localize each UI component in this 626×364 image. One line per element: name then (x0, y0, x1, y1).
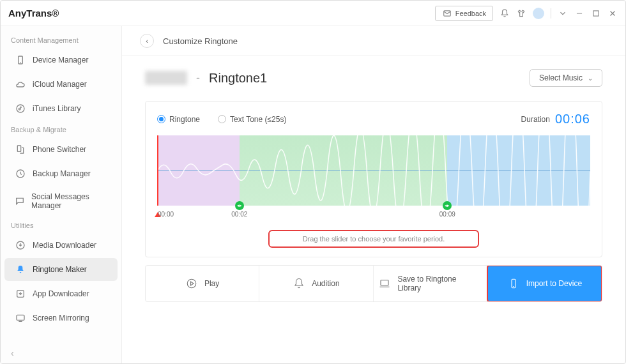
screen-icon (15, 312, 26, 324)
ringtone-editor: Ringtone Text Tone (≤25s) Duration 00:06 (145, 101, 602, 257)
sidebar: Content Management Device Manager iCloud… (1, 26, 122, 364)
time-start: 00:00 (158, 211, 174, 218)
laptop-icon (379, 277, 392, 290)
time-sel-end: 00:09 (439, 211, 455, 218)
artist-blurred (145, 71, 187, 85)
music-note-icon (15, 103, 26, 114)
section-content-management: Content Management (1, 31, 121, 48)
app-icon (15, 288, 26, 300)
playhead[interactable] (157, 135, 158, 206)
bell-outline-icon (293, 277, 305, 290)
radio-texttone[interactable]: Text Tone (≤25s) (218, 115, 286, 124)
song-name: Ringtone1 (209, 71, 267, 86)
svg-point-13 (187, 279, 196, 288)
cloud-icon (15, 79, 26, 90)
phone-icon (507, 277, 520, 290)
minimize-icon[interactable] (574, 8, 584, 19)
sidebar-item-screen-mirroring[interactable]: Screen Mirroring (4, 307, 118, 330)
svg-rect-14 (381, 280, 388, 285)
download-icon (15, 239, 26, 251)
duration-label: Duration (521, 115, 550, 124)
history-icon (15, 168, 26, 179)
play-button[interactable]: Play (146, 266, 259, 301)
section-backup-migrate: Backup & Migrate (1, 121, 121, 137)
sidebar-item-ringtone-maker[interactable]: Ringtone Maker (4, 258, 118, 281)
radio-ringtone[interactable]: Ringtone (157, 115, 200, 124)
svg-rect-8 (17, 146, 20, 151)
collapse-sidebar-button[interactable]: ‹ (1, 342, 121, 364)
play-icon (185, 277, 198, 290)
sidebar-item-phone-switcher[interactable]: Phone Switcher (4, 138, 118, 161)
maximize-icon[interactable] (591, 8, 601, 19)
switch-icon (15, 144, 26, 155)
sidebar-item-icloud-manager[interactable]: iCloud Manager (4, 73, 118, 96)
sidebar-item-app-downloader[interactable]: App Downloader (4, 282, 118, 305)
user-avatar[interactable] (533, 8, 544, 19)
back-button[interactable]: ‹ (140, 34, 154, 48)
close-icon[interactable] (607, 8, 618, 19)
select-music-button[interactable]: Select Music ⌄ (530, 69, 602, 87)
section-utilities: Utilities (1, 216, 121, 233)
chat-icon (15, 195, 25, 207)
mail-icon (442, 8, 452, 19)
bell-icon[interactable] (500, 8, 510, 19)
sidebar-item-itunes-library[interactable]: iTunes Library (4, 97, 118, 120)
duration-value: 00:06 (555, 112, 590, 126)
title-separator: - (196, 72, 200, 85)
sidebar-item-backup-manager[interactable]: Backup Manager (4, 162, 118, 185)
feedback-label: Feedback (455, 10, 486, 17)
bell-filled-icon (15, 264, 26, 275)
chevron-down-icon: ⌄ (588, 75, 593, 82)
breadcrumb-title: Customize Ringtone (163, 36, 238, 46)
sidebar-item-media-downloader[interactable]: Media Downloader (4, 234, 118, 257)
sidebar-item-social-messages[interactable]: Social Messages Manager (4, 186, 118, 216)
divider (551, 8, 551, 19)
svg-rect-2 (593, 10, 599, 15)
app-brand: AnyTrans® (8, 8, 59, 19)
import-device-button[interactable]: Import to Device (487, 265, 602, 302)
device-icon (15, 54, 26, 66)
svg-rect-11 (17, 315, 24, 320)
drag-hint: Drag the slider to choose your favorite … (268, 230, 479, 248)
sidebar-item-device-manager[interactable]: Device Manager (4, 49, 118, 72)
audition-button[interactable]: Audition (259, 266, 373, 301)
feedback-button[interactable]: Feedback (435, 6, 493, 21)
time-sel-start: 00:02 (231, 211, 247, 218)
waveform[interactable]: ◂▸ ◂▸ (157, 135, 590, 206)
chevron-down-icon[interactable] (558, 8, 568, 19)
shirt-icon[interactable] (516, 8, 526, 19)
save-library-button[interactable]: Save to Ringtone Library (374, 266, 487, 301)
